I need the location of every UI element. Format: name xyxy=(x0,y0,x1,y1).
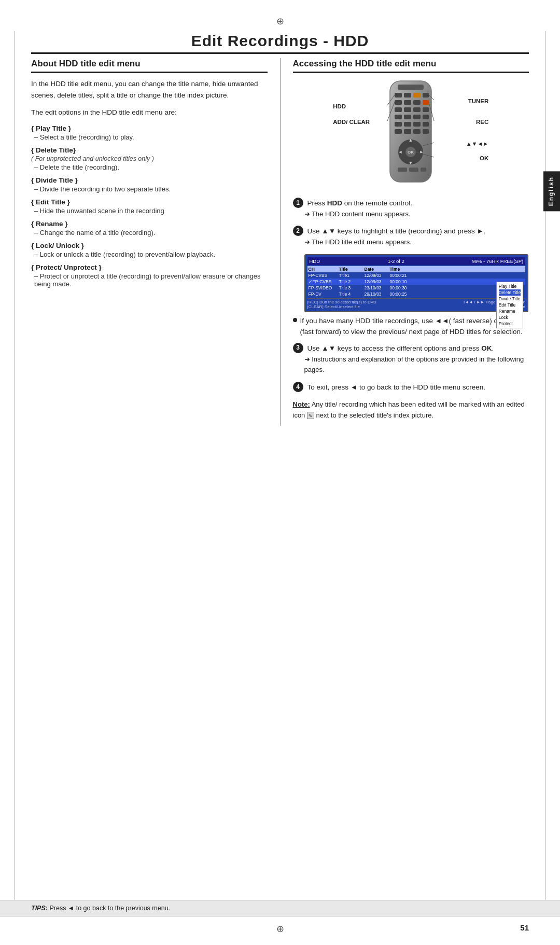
remote-svg: ▲ ▼ ◄ ► OK xyxy=(377,78,444,187)
remote-add-clear-label: ADD/ CLEAR xyxy=(333,119,370,126)
hdd-menu-edit-title: Edit Title xyxy=(499,302,521,308)
step-1: 1 Press HDD on the remote control. ➜ The… xyxy=(293,198,529,219)
delete-title-label: { Delete Title} xyxy=(31,146,268,154)
hdd-menu-play-title: Play Title xyxy=(499,283,521,289)
menu-item-lock-unlock: { Lock/ Unlock } – Lock or unlock a titl… xyxy=(31,242,268,258)
svg-text:OK: OK xyxy=(408,150,414,155)
col-time: Time xyxy=(390,267,408,272)
step-2: 2 Use ▲▼ keys to highlight a title (reco… xyxy=(293,226,529,247)
svg-rect-18 xyxy=(395,122,402,127)
hdd-menu-lock: Lock xyxy=(499,314,521,321)
hdd-row-0: FP-CVBS Title1 12/09/03 00:00:21 xyxy=(307,272,526,279)
svg-rect-9 xyxy=(423,100,429,105)
svg-rect-23 xyxy=(404,129,411,134)
intro-text: In the HDD title edit menu, you can chan… xyxy=(31,78,268,101)
svg-rect-25 xyxy=(423,129,429,134)
svg-rect-35 xyxy=(421,168,426,172)
step-1-number: 1 xyxy=(293,198,303,208)
note-section: Note: Any title/ recording which has bee… xyxy=(293,399,529,421)
step-2-arrow: ➜ The HDD title edit menu appears. xyxy=(304,237,529,248)
right-column: Accessing the HDD title edit menu HDD AD… xyxy=(280,58,529,426)
hdd-context-menu: Play Title Delete Title Divide Title Edi… xyxy=(496,282,524,328)
tips-bar: TIPS: Press ◄ to go back to the previous… xyxy=(0,900,560,916)
lock-unlock-label: { Lock/ Unlock } xyxy=(31,242,268,249)
edit-title-desc: – Hide the unwanted scene in the recordi… xyxy=(31,207,268,215)
protect-unprotect-label: { Protect/ Unprotect } xyxy=(31,263,268,271)
compass-top: ⊕ xyxy=(0,0,560,27)
hdd-screen-footer: [REC] Dub the selected file(s) to DVD I◄… xyxy=(307,298,526,309)
play-title-desc: – Select a title (recording) to play. xyxy=(31,133,268,141)
hdd-screen-mockup: HDD 1-2 of 2 99% - 76HR FREE(SP) CH Titl… xyxy=(304,254,529,312)
right-section-header: Accessing the HDD title edit menu xyxy=(293,58,529,73)
svg-rect-34 xyxy=(409,168,418,172)
col-ch: CH xyxy=(309,267,337,272)
svg-rect-3 xyxy=(404,93,411,98)
hdd-screen-header: HDD 1-2 of 2 99% - 76HR FREE(SP) xyxy=(307,257,526,265)
protect-unprotect-desc: – Protect or unprotect a title (recordin… xyxy=(31,272,268,288)
menu-item-play-title: { Play Title } – Select a title (recordi… xyxy=(31,124,268,141)
svg-rect-21 xyxy=(423,122,429,127)
step-4-text: To exit, press ◄ to go back to the HDD t… xyxy=(307,382,486,393)
hdd-menu-protect: Protect xyxy=(499,321,521,327)
svg-rect-33 xyxy=(398,168,407,172)
hdd-row-2: FP-SVIDEO Title 3 23/10/03 00:00:30 xyxy=(307,285,526,291)
hdd-row-3: FP-DV Title 4 29/10/03 00:00:25 xyxy=(307,291,526,297)
svg-rect-24 xyxy=(413,129,421,134)
hdd-menu-delete-title: Delete Title xyxy=(499,289,521,296)
step-2-number: 2 xyxy=(293,226,303,236)
lock-unlock-desc: – Lock or unlock a title (recording) to … xyxy=(31,251,268,258)
divide-title-desc: – Divide the recording into two separate… xyxy=(31,185,268,193)
menu-item-delete-title: { Delete Title} ( For unprotected and un… xyxy=(31,146,268,171)
step-3-header: 3 Use ▲▼ keys to access the different op… xyxy=(293,343,529,354)
svg-rect-8 xyxy=(413,100,421,105)
left-section-header: About HDD title edit menu xyxy=(31,58,268,73)
remote-control-diagram: HDD ADD/ CLEAR TUNER REC ▲▼◄► OK xyxy=(333,78,488,192)
page-title: Edit Recordings - HDD xyxy=(0,27,560,52)
remote-hdd-label: HDD xyxy=(333,103,346,109)
svg-rect-10 xyxy=(395,107,402,112)
divide-title-label: { Divide Title } xyxy=(31,176,268,184)
rename-desc: – Change the name of a title (recording)… xyxy=(31,229,268,237)
svg-text:▼: ▼ xyxy=(409,160,413,165)
note-text2: next to the selected title's index pictu… xyxy=(316,411,434,419)
svg-rect-15 xyxy=(404,115,411,119)
remote-nav-label: ▲▼◄► xyxy=(466,141,489,147)
step-1-arrow: ➜ The HDD content menu appears. xyxy=(304,209,529,220)
step-3-arrow: ➜ Instructions and explanation of the op… xyxy=(304,354,529,376)
svg-rect-13 xyxy=(423,107,429,112)
remote-rec-label: REC xyxy=(476,119,488,125)
bullet-fast-forward: If you have many HDD title recordings, u… xyxy=(293,315,529,338)
remote-ok-label: OK xyxy=(480,155,488,161)
hdd-header-center: 1-2 of 2 xyxy=(388,258,404,264)
hdd-table-header: CH Title Date Time xyxy=(307,266,526,272)
page-border-right xyxy=(545,31,545,914)
svg-rect-4 xyxy=(413,93,421,98)
edit-options-intro: The edit options in the HDD title edit m… xyxy=(31,107,268,118)
menu-item-divide-title: { Divide Title } – Divide the recording … xyxy=(31,176,268,193)
step-1-header: 1 Press HDD on the remote control. xyxy=(293,198,529,209)
hdd-menu-divide-title: Divide Title xyxy=(499,296,521,302)
step-4-header: 4 To exit, press ◄ to go back to the HDD… xyxy=(293,382,529,393)
svg-text:▲: ▲ xyxy=(409,137,413,143)
col-title: Title xyxy=(339,267,362,272)
step-4-number: 4 xyxy=(293,382,303,392)
step-1-text: Press HDD on the remote control. xyxy=(307,198,413,209)
left-column: About HDD title edit menu In the HDD tit… xyxy=(31,58,280,426)
svg-rect-20 xyxy=(413,122,421,127)
svg-rect-6 xyxy=(395,100,402,105)
step-3-number: 3 xyxy=(293,343,303,353)
menu-item-edit-title: { Edit Title } – Hide the unwanted scene… xyxy=(31,198,268,215)
delete-title-desc: – Delete the title (recording). xyxy=(31,163,268,171)
hdd-row-1: ✓FP-CVBS Title 2 12/09/03 00:00:10 xyxy=(307,279,526,285)
svg-rect-7 xyxy=(404,100,411,105)
hdd-header-left: HDD xyxy=(310,258,320,264)
menu-item-rename: { Rename } – Change the name of a title … xyxy=(31,220,268,237)
svg-rect-22 xyxy=(395,129,402,134)
title-underline xyxy=(31,52,529,54)
svg-rect-5 xyxy=(423,93,429,98)
hdd-screen-body: CH Title Date Time FP-CVBS Title1 12/09/… xyxy=(307,266,526,309)
play-title-label: { Play Title } xyxy=(31,124,268,132)
svg-rect-2 xyxy=(395,93,402,98)
step-2-text: Use ▲▼ keys to highlight a title (record… xyxy=(307,226,486,237)
hdd-menu-rename: Rename xyxy=(499,308,521,314)
